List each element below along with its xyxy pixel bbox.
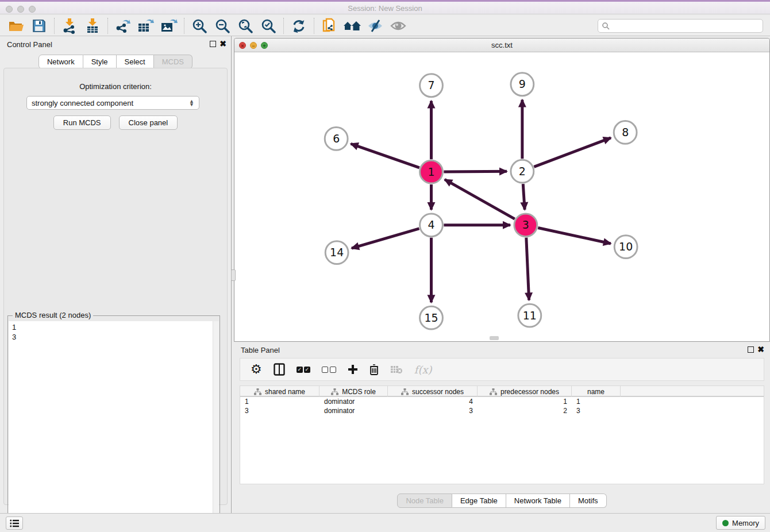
export-network-button[interactable] bbox=[111, 17, 134, 35]
column-type-icon bbox=[331, 388, 338, 395]
table-cell[interactable]: 3 bbox=[240, 406, 319, 415]
log-console-button[interactable] bbox=[6, 516, 23, 530]
table-cell[interactable]: dominator bbox=[319, 406, 388, 415]
function-builder-button[interactable]: f(x) bbox=[414, 362, 432, 377]
delete-table-button[interactable] bbox=[390, 362, 403, 377]
close-panel-icon[interactable]: ✖ bbox=[220, 40, 226, 48]
delete-row-button[interactable] bbox=[369, 362, 379, 377]
select-all-button[interactable]: ✓ ✓ bbox=[297, 362, 310, 377]
horizontal-splitter-grip[interactable] bbox=[490, 336, 499, 340]
tab-edge-table[interactable]: Edge Table bbox=[452, 494, 506, 508]
graph-node-1[interactable]: 1 bbox=[420, 160, 443, 183]
memory-button[interactable]: Memory bbox=[716, 516, 765, 530]
table-cell[interactable]: 2 bbox=[478, 406, 572, 415]
graph-node-6[interactable]: 6 bbox=[325, 127, 348, 150]
graph-node-7[interactable]: 7 bbox=[420, 74, 443, 97]
float-table-panel-icon[interactable] bbox=[748, 346, 754, 353]
search-input[interactable] bbox=[610, 22, 763, 30]
graph-edge-3-11[interactable] bbox=[526, 238, 529, 300]
float-panel-icon[interactable] bbox=[210, 41, 216, 47]
result-scrollbar[interactable] bbox=[213, 321, 219, 531]
import-table-button[interactable] bbox=[81, 17, 104, 35]
network-window-titlebar[interactable]: × − + scc.txt bbox=[234, 38, 769, 52]
node-label: 7 bbox=[428, 79, 434, 91]
graph-edge-2-8[interactable] bbox=[534, 138, 611, 167]
tab-style[interactable]: Style bbox=[83, 55, 117, 69]
table-cell[interactable]: 1 bbox=[572, 397, 621, 406]
table-cell[interactable]: 4 bbox=[388, 397, 478, 406]
network-canvas[interactable]: 7968124314101511 bbox=[234, 52, 769, 341]
optimization-criterion-label: Optimization criterion: bbox=[4, 82, 227, 91]
column-view-button[interactable] bbox=[274, 362, 285, 377]
close-table-panel-icon[interactable]: ✖ bbox=[757, 345, 764, 353]
zoom-in-button[interactable] bbox=[188, 17, 211, 35]
zoom-fit-button[interactable] bbox=[234, 17, 257, 35]
open-folder-icon bbox=[8, 19, 24, 33]
graph-node-10[interactable]: 10 bbox=[614, 236, 637, 259]
criterion-value: strongly connected component bbox=[32, 99, 133, 107]
graph-node-11[interactable]: 11 bbox=[518, 304, 541, 327]
graph-node-4[interactable]: 4 bbox=[420, 214, 443, 237]
table-settings-button[interactable]: ⚙ bbox=[251, 362, 262, 377]
close-panel-button[interactable]: Close panel bbox=[119, 115, 178, 130]
window-title: Session: New Session bbox=[0, 4, 770, 13]
column-header-MCDS-role[interactable]: MCDS role bbox=[319, 386, 388, 397]
graph-node-3[interactable]: 3 bbox=[514, 214, 537, 237]
add-row-button[interactable] bbox=[348, 362, 358, 377]
import-network-button[interactable] bbox=[58, 17, 81, 35]
column-header-successor-nodes[interactable]: successor nodes bbox=[388, 386, 478, 397]
tab-network-table[interactable]: Network Table bbox=[506, 494, 570, 508]
run-mcds-button[interactable]: Run MCDS bbox=[53, 115, 111, 130]
node-label: 6 bbox=[333, 132, 340, 145]
graph-edge-1-2[interactable] bbox=[444, 171, 507, 172]
column-header-shared-name[interactable]: shared name bbox=[240, 386, 319, 397]
tab-motifs[interactable]: Motifs bbox=[570, 494, 607, 508]
show-selected-button[interactable] bbox=[387, 17, 410, 35]
table-cell[interactable]: dominator bbox=[319, 397, 388, 406]
export-table-button[interactable] bbox=[134, 17, 157, 35]
zoom-out-button[interactable] bbox=[211, 17, 234, 35]
save-session-button[interactable] bbox=[28, 17, 51, 35]
export-image-button[interactable] bbox=[157, 17, 180, 35]
graph-edge-3-1[interactable] bbox=[445, 179, 515, 219]
graph-node-14[interactable]: 14 bbox=[325, 241, 348, 264]
graph-edge-2-3[interactable] bbox=[523, 184, 525, 210]
graph-node-9[interactable]: 9 bbox=[511, 73, 534, 96]
graph-edge-3-10[interactable] bbox=[538, 228, 611, 243]
graph-node-15[interactable]: 15 bbox=[420, 306, 443, 329]
unselect-all-button[interactable] bbox=[322, 362, 336, 377]
hide-selected-button[interactable] bbox=[364, 17, 387, 35]
criterion-dropdown[interactable]: strongly connected component ▲▼ bbox=[26, 96, 199, 110]
refresh-button[interactable] bbox=[287, 17, 310, 35]
duplicate-network-button[interactable] bbox=[318, 17, 341, 35]
tab-node-table[interactable]: Node Table bbox=[397, 494, 452, 508]
column-header-predecessor-nodes[interactable]: predecessor nodes bbox=[478, 386, 572, 397]
node-label: 4 bbox=[428, 218, 434, 231]
fx-icon: f(x) bbox=[414, 364, 432, 376]
mcds-result-text[interactable]: 1 3 bbox=[9, 321, 219, 531]
export-image-icon bbox=[160, 18, 178, 34]
table-cell[interactable]: 3 bbox=[388, 406, 478, 415]
tab-network[interactable]: Network bbox=[38, 55, 83, 69]
toolbar-separator bbox=[184, 18, 184, 34]
open-file-button[interactable] bbox=[5, 17, 28, 35]
graph-edge-4-14[interactable] bbox=[352, 229, 419, 248]
node-label: 10 bbox=[619, 240, 633, 253]
table-cell[interactable]: 1 bbox=[478, 397, 572, 406]
graph-node-2[interactable]: 2 bbox=[511, 160, 534, 183]
show-all-networks-button[interactable] bbox=[341, 17, 364, 35]
checked-box-icon: ✓ bbox=[297, 367, 303, 373]
panel-splitter-grip[interactable] bbox=[231, 269, 236, 281]
search-field[interactable] bbox=[598, 19, 763, 33]
import-network-icon bbox=[62, 18, 77, 34]
tab-mcds[interactable]: MCDS bbox=[154, 55, 192, 69]
tab-select[interactable]: Select bbox=[117, 55, 154, 69]
status-bar: Memory bbox=[0, 513, 770, 532]
column-header-name[interactable]: name bbox=[572, 386, 621, 397]
graph-node-8[interactable]: 8 bbox=[614, 121, 637, 144]
zoom-selected-button[interactable] bbox=[257, 17, 280, 35]
toolbar-separator bbox=[54, 18, 55, 34]
graph-edge-1-6[interactable] bbox=[351, 144, 419, 168]
table-cell[interactable]: 3 bbox=[572, 406, 621, 415]
table-cell[interactable]: 1 bbox=[240, 397, 319, 406]
